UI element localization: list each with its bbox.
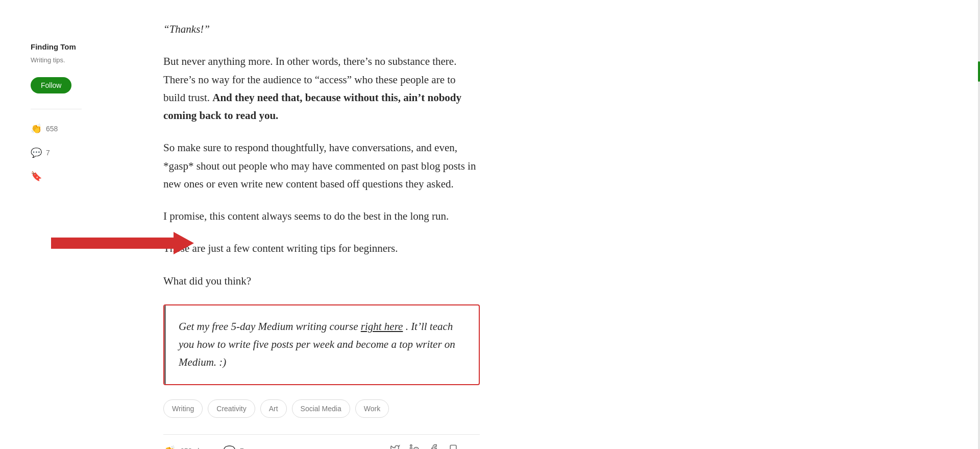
responses-label: 7 responses — [240, 445, 279, 449]
article-paragraph-4: Those are just a few content writing tip… — [163, 240, 480, 257]
article-paragraph-5: What did you think? — [163, 272, 480, 290]
twitter-share-icon[interactable] — [390, 444, 400, 449]
blockquote-text: Get my free 5-day Medium writing course … — [179, 318, 464, 372]
blockquote-link[interactable]: right here — [361, 320, 403, 333]
comments-count: 7 — [46, 147, 50, 158]
actions-right: ••• — [390, 443, 480, 449]
tags-row: Writing Creativity Art Social Media Work — [163, 399, 480, 418]
claps-count: 658 — [46, 123, 58, 134]
publication-tagline: Writing tips. — [31, 55, 122, 66]
tag-work[interactable]: Work — [355, 399, 389, 418]
sidebar-actions: 👏 658 💬 7 🔖 — [31, 122, 122, 184]
claps-action[interactable]: 👏 658 — [31, 122, 122, 136]
scroll-indicator — [978, 0, 980, 449]
actions-bar: 👏 658 claps 💬 7 responses — [163, 434, 480, 449]
claps-button[interactable]: 👏 658 claps — [163, 443, 211, 449]
facebook-share-icon[interactable] — [429, 444, 439, 449]
svg-point-2 — [410, 444, 412, 446]
clap-icon: 👏 — [31, 122, 42, 136]
article-paragraph-2: So make sure to respond thoughtfully, ha… — [163, 139, 480, 193]
claps-icon: 👏 — [163, 443, 176, 449]
main-content: “Thanks!” But never anything more. In ot… — [143, 0, 521, 449]
comments-action[interactable]: 💬 7 — [31, 146, 122, 160]
tag-writing[interactable]: Writing — [163, 399, 203, 418]
article-paragraph-3: I promise, this content always seems to … — [163, 207, 480, 225]
bookmark-share-icon[interactable] — [448, 444, 458, 449]
bookmark-action[interactable]: 🔖 — [31, 169, 122, 184]
article-opening-quote: “Thanks!” — [163, 20, 480, 38]
scroll-thumb — [978, 61, 980, 82]
tag-creativity[interactable]: Creativity — [208, 399, 255, 418]
comment-icon: 💬 — [31, 146, 42, 160]
publication-name: Finding Tom — [31, 41, 122, 53]
responses-icon: 💬 — [223, 443, 236, 449]
more-options-icon[interactable]: ••• — [468, 443, 480, 449]
tag-art[interactable]: Art — [260, 399, 287, 418]
follow-button[interactable]: Follow — [31, 77, 71, 93]
sidebar-divider — [31, 109, 82, 109]
actions-left: 👏 658 claps 💬 7 responses — [163, 443, 279, 449]
blockquote-text-before-link: Get my free 5-day Medium writing course — [179, 320, 358, 333]
blockquote-cta: Get my free 5-day Medium writing course … — [163, 304, 480, 385]
bookmark-icon: 🔖 — [31, 169, 42, 184]
linkedin-share-icon[interactable] — [409, 444, 420, 449]
sidebar: Finding Tom Writing tips. Follow 👏 658 💬… — [0, 0, 143, 449]
article-paragraph-1: But never anything more. In other words,… — [163, 53, 480, 125]
responses-button[interactable]: 💬 7 responses — [223, 443, 279, 449]
claps-label: 658 claps — [180, 445, 211, 449]
tag-social-media[interactable]: Social Media — [292, 399, 350, 418]
